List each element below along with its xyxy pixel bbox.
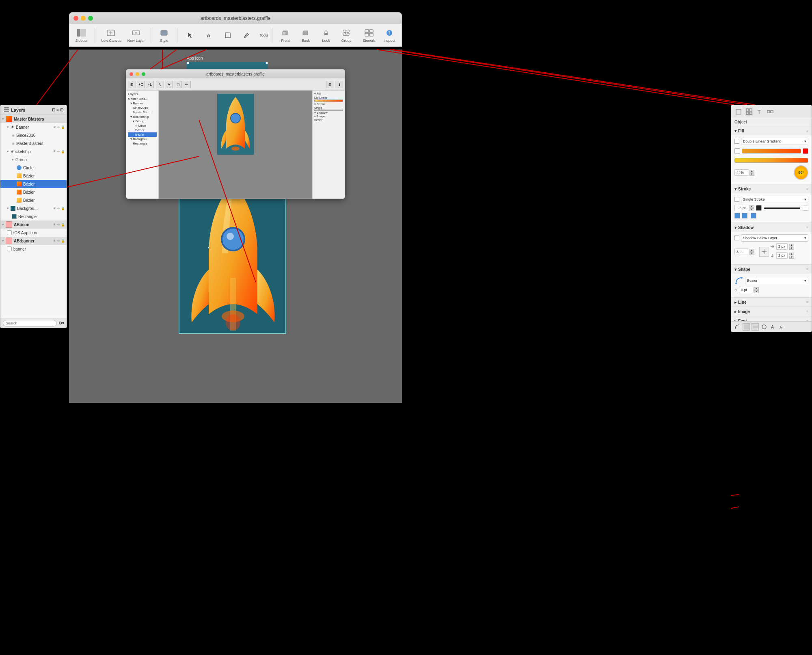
layer-bezier1[interactable]: Bézier (0, 172, 67, 180)
expand-rocketship[interactable]: ▾ (7, 149, 9, 153)
layer-masterblasters-text[interactable]: ◉ MasterBlasters (0, 139, 67, 147)
fill-section-header[interactable]: ▾ Fill ≡ (731, 126, 812, 135)
inspect-tab-connections[interactable] (766, 108, 774, 116)
sidebar-toggle-button[interactable]: Sidebar (73, 26, 91, 44)
stroke-blue-swatch[interactable] (734, 213, 740, 218)
bottom-artboard[interactable]: MasterBlasters (179, 175, 286, 334)
inspect-button[interactable]: i Inspect (380, 26, 398, 44)
fill-pct-down[interactable]: ▾ (749, 173, 754, 176)
shadow-x-arrows[interactable]: ▴ ▾ (789, 244, 794, 250)
shadow-direction-btn[interactable] (759, 247, 769, 257)
small-stencils[interactable]: ⊞ (326, 81, 334, 88)
shadow-y-down[interactable]: ▾ (789, 256, 794, 259)
inspect-tool-2[interactable] (743, 323, 750, 331)
shape-val-value[interactable]: 0 pt (739, 287, 754, 293)
inspect-tool-4[interactable] (760, 323, 768, 331)
expand-bg[interactable]: ▾ (7, 206, 9, 210)
stroke-color-swatch[interactable] (756, 205, 762, 211)
shadow-size-arrows[interactable]: ▴ ▾ (749, 249, 754, 255)
stroke-size-stepper[interactable]: .25 pt ▴ ▾ (734, 205, 754, 211)
small-shape[interactable]: ◻ (174, 81, 182, 88)
small-layer-3[interactable]: Since2016 (128, 106, 157, 110)
maximize-button[interactable] (88, 16, 93, 21)
fill-pct-value[interactable]: 44% (734, 169, 749, 176)
stroke-size-value[interactable]: .25 pt (734, 205, 749, 211)
small-select[interactable]: ↖ (156, 81, 164, 88)
fill-options-icon[interactable]: ≡ (806, 129, 808, 133)
stroke-size-arrows[interactable]: ▴ ▾ (749, 205, 754, 211)
small-tb-2[interactable]: +C (137, 81, 145, 88)
pen-tool-button[interactable] (238, 29, 255, 42)
layer-bezier2[interactable]: Bézier (0, 180, 67, 188)
shadow-size-stepper[interactable]: 3 pt ▴ ▾ (734, 249, 754, 255)
stroke-options-icon[interactable]: ≡ (806, 187, 808, 191)
shadow-checkbox[interactable] (734, 236, 739, 240)
minimize-button[interactable] (81, 16, 86, 21)
small-tb-3[interactable]: +L (146, 81, 154, 88)
small-layer-10[interactable]: ▾ Backgrou... (128, 137, 157, 141)
stencils-button[interactable]: Stencils (360, 26, 378, 44)
fill-color-red[interactable] (803, 148, 808, 154)
shadow-size-up[interactable]: ▴ (749, 249, 754, 252)
search-gear-icon[interactable]: ⚙▾ (58, 321, 64, 325)
expand-banner[interactable]: ▾ (7, 125, 9, 129)
stroke-end-swatch[interactable] (751, 213, 756, 218)
layer-ios-app-icon[interactable]: iOS App Icon (0, 229, 67, 237)
fill-gradient-full-bar[interactable] (734, 158, 808, 163)
selection-handle-tl[interactable] (187, 62, 189, 64)
fill-pct-stepper[interactable]: 44% ▴ ▾ (734, 169, 754, 176)
layer-rectangle[interactable]: Rectangle (0, 212, 67, 220)
lock-button[interactable]: Lock (317, 26, 335, 44)
style-button[interactable]: Style (155, 26, 173, 44)
layers-sort-icon[interactable]: ≡ (56, 108, 59, 112)
inspect-tool-1[interactable] (734, 323, 741, 331)
fill-angle-dial[interactable]: 90° (794, 165, 808, 180)
layer-banner2[interactable]: banner (0, 245, 67, 253)
layer-bezier3[interactable]: Bézier (0, 188, 67, 196)
layer-banner[interactable]: ▾ 👁 Banner 👁 ✏ 🔒 (0, 123, 67, 131)
shape-tool-button[interactable] (219, 29, 237, 42)
shadow-options-icon[interactable]: ≡ (806, 225, 808, 229)
small-minimize[interactable] (136, 72, 139, 76)
inspect-tab-text[interactable]: T (756, 108, 764, 116)
shape-section-header[interactable]: ▾ Shape ≡ (731, 265, 812, 274)
shape-val-up[interactable]: ▴ (754, 287, 759, 290)
layer-abicon[interactable]: ▾ AB:icon 👁 ✏ 🔒 (0, 220, 67, 229)
stroke-blue-swatch2[interactable] (742, 213, 747, 218)
fill-pct-arrows[interactable]: ▴ ▾ (749, 170, 754, 176)
small-tb-1[interactable]: ⊞ (128, 81, 136, 88)
small-text[interactable]: A (165, 81, 173, 88)
small-layer-5[interactable]: ▾ Rocketship (128, 115, 157, 119)
expand-abbanner[interactable]: ▾ (2, 239, 4, 243)
shadow-section-header[interactable]: ▾ Shadow ≡ (731, 223, 812, 232)
shadow-y-arrows[interactable]: ▴ ▾ (789, 253, 794, 259)
search-input[interactable] (3, 320, 57, 326)
small-pen[interactable]: ✏ (183, 81, 191, 88)
fill-pct-up[interactable]: ▴ (749, 170, 754, 173)
small-layer-7[interactable]: ○ Circle (128, 123, 157, 128)
stroke-checkbox[interactable] (734, 197, 739, 202)
stroke-size-up[interactable]: ▴ (749, 205, 754, 208)
shadow-size-down[interactable]: ▾ (749, 252, 754, 255)
shadow-x-up[interactable]: ▴ (789, 244, 794, 246)
shape-type-dropdown[interactable]: Bezier ▾ (745, 277, 808, 284)
line-section-header[interactable]: ▸ Line ≡ (731, 298, 812, 307)
layer-background[interactable]: ▾ Backgrou... 👁 ✏ 🔒 (0, 204, 67, 212)
layer-bezier4[interactable]: Bézier (0, 196, 67, 204)
shadow-size-value[interactable]: 3 pt (734, 249, 749, 255)
layer-since2016[interactable]: ◉ Since2016 (0, 131, 67, 139)
fill-type-dropdown[interactable]: Double Linear Gradient ▾ (741, 138, 808, 145)
inspect-tab-obj[interactable] (734, 108, 743, 116)
new-layer-button[interactable]: New Layer (125, 26, 147, 44)
image-options-icon[interactable]: ≡ (806, 309, 808, 313)
sel-handle-left[interactable] (208, 247, 209, 249)
stroke-section-header[interactable]: ▾ Stroke ≡ (731, 184, 812, 193)
shadow-y-up[interactable]: ▴ (789, 253, 794, 255)
small-canvas[interactable] (159, 91, 312, 199)
shape-val-arrows[interactable]: ▴ ▾ (754, 287, 759, 293)
new-canvas-button[interactable]: New Canvas (99, 26, 123, 44)
small-layer-8[interactable]: Bézier (128, 128, 157, 132)
expand-abicon[interactable]: ▾ (2, 223, 4, 227)
layer-master-blasters[interactable]: ▾ Master Blasters (0, 115, 67, 123)
stroke-end-cap[interactable] (803, 205, 808, 211)
